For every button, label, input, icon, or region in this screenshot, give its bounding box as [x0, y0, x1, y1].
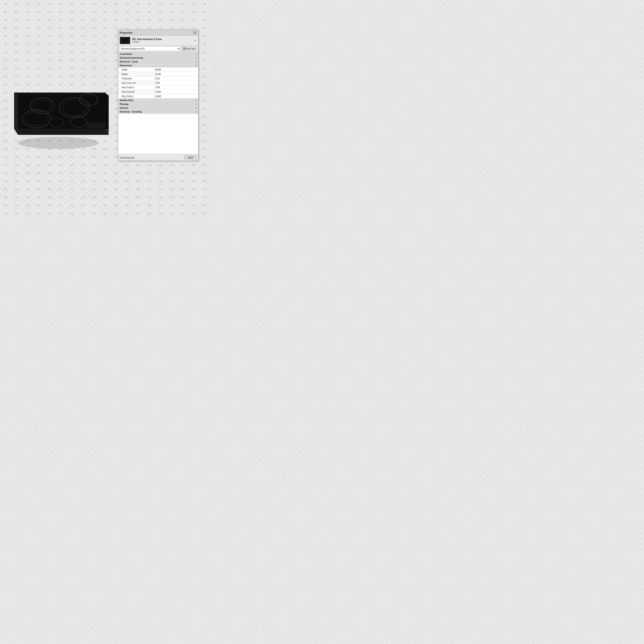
prop-value-ray-circle-xs[interactable]: [154, 81, 198, 85]
svg-rect-20: [183, 47, 184, 49]
prop-row-width: Width: [118, 67, 198, 72]
prop-label-width: Width: [118, 67, 154, 72]
prop-input-ray-circle-s[interactable]: [155, 86, 197, 89]
section-dimensions-chevron: «: [195, 64, 197, 67]
section-electrical-loads[interactable]: Electrical - Loads »: [118, 60, 198, 64]
svg-line-18: [109, 87, 113, 96]
prop-input-thickness[interactable]: [155, 77, 197, 80]
prop-row-depth: Depth: [118, 72, 198, 76]
object-type: 6-Zone: [132, 41, 191, 43]
properties-table: Constraints » Electrical Engineering » E…: [118, 52, 198, 154]
section-electrical-circuiting-label: Electrical - Circuiting: [120, 110, 142, 113]
section-electrical-engineering[interactable]: Electrical Engineering »: [118, 56, 198, 60]
edit-type-button[interactable]: Edit Type: [182, 46, 197, 51]
object-name: RD_Hob Induction 5 Zone: [132, 38, 191, 41]
edit-type-label: Edit Type: [186, 47, 196, 50]
panel-footer: Properties help Apply: [118, 154, 198, 161]
section-identity-data-chevron: »: [195, 99, 197, 101]
section-identity-data[interactable]: Identity Data »: [118, 98, 198, 102]
section-electrical-loads-label: Electrical - Loads: [120, 60, 138, 63]
svg-line-17: [105, 87, 113, 93]
prop-value-width[interactable]: [154, 67, 198, 72]
svg-line-19: [109, 123, 113, 129]
svg-marker-3: [14, 93, 18, 135]
panel-titlebar: Properties ×: [118, 30, 198, 36]
properties-help-link[interactable]: Properties help: [120, 156, 135, 159]
svg-rect-23: [185, 49, 186, 50]
prop-input-ray-circle-xs[interactable]: [155, 82, 197, 84]
prop-label-ray-circle-l: Ray Circle L: [118, 94, 154, 98]
section-phasing-chevron: »: [195, 103, 197, 105]
section-general[interactable]: General »: [118, 106, 198, 110]
dropdown-arrow-icon[interactable]: ▼: [193, 38, 197, 43]
prop-input-depth[interactable]: [155, 73, 197, 75]
properties-panel: Properties × RD_Hob Induction 5 Zone 6-Z…: [118, 30, 198, 161]
prop-value-depth[interactable]: [154, 72, 198, 76]
prop-label-ray-circle-s: Ray Circle S: [118, 85, 154, 89]
panel-empty-area: [118, 114, 198, 154]
close-button[interactable]: ×: [193, 31, 197, 35]
section-phasing-label: Phasing: [120, 103, 128, 105]
object-header: RD_Hob Induction 5 Zone 6-Zone ▼: [118, 36, 198, 45]
section-identity-data-label: Identity Data: [120, 99, 133, 101]
prop-value-ray-circle-l[interactable]: [154, 94, 198, 98]
section-constraints[interactable]: Constraints »: [118, 52, 198, 56]
svg-rect-21: [185, 47, 186, 49]
prop-label-depth: Depth: [118, 72, 154, 76]
category-dropdown[interactable]: Electrical Equipment (1): [119, 46, 180, 51]
prop-value-ray-circle-m[interactable]: [154, 90, 198, 94]
section-dimensions-label: Dimensions: [120, 64, 132, 67]
section-general-label: General: [120, 107, 128, 109]
section-electrical-circuiting-chevron: »: [195, 111, 197, 113]
prop-input-ray-circle-l[interactable]: [155, 95, 197, 97]
object-thumbnail: [120, 37, 130, 44]
section-dimensions[interactable]: Dimensions «: [118, 64, 198, 67]
svg-rect-22: [183, 49, 184, 50]
prop-value-thickness[interactable]: [154, 76, 198, 81]
panel-title: Properties: [120, 31, 133, 34]
prop-label-thickness: Thickness: [118, 76, 154, 81]
section-general-chevron: »: [195, 107, 197, 109]
prop-label-ray-circle-xs: Ray Circle XS: [118, 81, 154, 85]
section-electrical-circuiting[interactable]: Electrical - Circuiting »: [118, 110, 198, 114]
section-electrical-engineering-chevron: »: [195, 57, 197, 59]
object-info: RD_Hob Induction 5 Zone 6-Zone: [132, 38, 191, 43]
prop-value-ray-circle-s[interactable]: [154, 85, 198, 89]
section-electrical-loads-chevron: »: [195, 61, 197, 63]
prop-row-ray-circle-l: Ray Circle L: [118, 94, 198, 98]
hob-3d-view: [6, 64, 113, 149]
apply-button[interactable]: Apply: [184, 155, 197, 159]
prop-row-thickness: Thickness: [118, 76, 198, 81]
prop-label-ray-circle-m: Ray Circle M: [118, 90, 154, 94]
prop-row-ray-circle-m: Ray Circle M: [118, 90, 198, 94]
prop-input-ray-circle-m[interactable]: [155, 91, 197, 93]
section-constraints-label: Constraints: [120, 53, 132, 55]
section-electrical-engineering-label: Electrical Engineering: [120, 57, 143, 59]
prop-row-ray-circle-xs: Ray Circle XS: [118, 81, 198, 85]
prop-row-ray-circle-s: Ray Circle S: [118, 85, 198, 90]
svg-point-0: [18, 137, 99, 149]
section-phasing[interactable]: Phasing »: [118, 102, 198, 106]
svg-rect-15: [87, 123, 105, 128]
edit-type-icon: [183, 47, 186, 50]
category-row: Electrical Equipment (1) Edit Type: [118, 45, 198, 52]
svg-marker-1: [14, 129, 109, 135]
prop-input-width[interactable]: [155, 68, 197, 71]
section-constraints-chevron: »: [195, 53, 197, 55]
